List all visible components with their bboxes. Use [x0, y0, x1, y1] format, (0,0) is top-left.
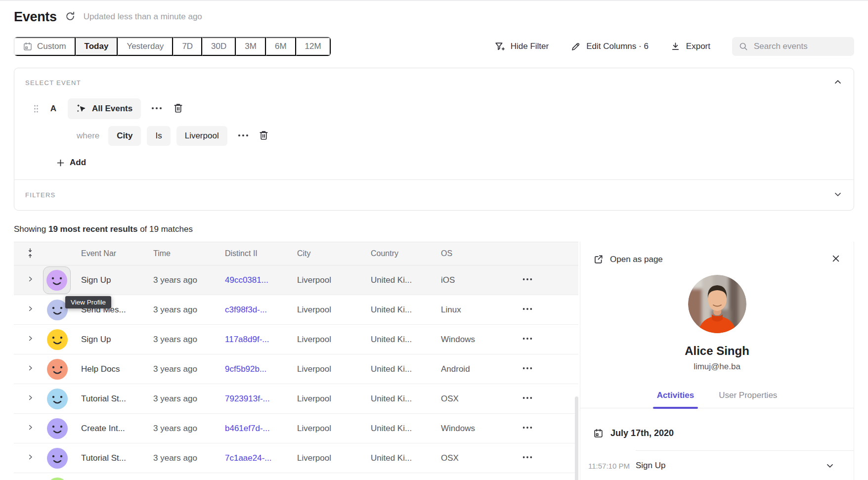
search-events-box — [732, 37, 854, 56]
filter-value-chip[interactable]: Liverpool — [176, 126, 227, 146]
table-row[interactable]: Sign Up 3 years ago 117a8d9f-... Liverpo… — [14, 325, 578, 354]
avatar[interactable] — [46, 270, 67, 291]
open-as-page-button[interactable]: Open as page — [593, 254, 663, 264]
event-more-options-button[interactable] — [151, 102, 163, 116]
row-more-options-button[interactable] — [522, 393, 578, 405]
expand-row-button[interactable] — [14, 305, 46, 315]
search-events-input[interactable] — [754, 42, 848, 51]
cell-city: Liverpool — [297, 364, 371, 374]
date-tab-6m[interactable]: 6M — [266, 37, 296, 56]
cell-distinct-id-link[interactable]: 9cf5b92b... — [225, 364, 297, 374]
chevron-right-icon — [27, 453, 34, 463]
activity-row[interactable]: 11:57:10 PM Sign Up — [636, 450, 854, 480]
column-header-distinct-id[interactable]: Distinct II — [225, 249, 297, 258]
avatar[interactable] — [47, 448, 68, 469]
cell-distinct-id-link[interactable]: 7c1aae24-... — [225, 453, 297, 463]
row-more-options-button[interactable] — [522, 304, 578, 316]
edit-columns-button[interactable]: Edit Columns · 6 — [570, 42, 649, 52]
export-button[interactable]: Export — [670, 42, 710, 52]
expand-row-button[interactable] — [14, 335, 46, 345]
cell-distinct-id-link[interactable]: 117a8d9f-... — [225, 335, 297, 345]
expand-row-button[interactable] — [14, 453, 46, 463]
table-row[interactable]: App Install 3 years ago c76fdf4f-c... Li… — [14, 473, 578, 480]
column-header-os[interactable]: OS — [441, 249, 522, 258]
avatar[interactable] — [47, 418, 68, 439]
chevron-right-icon — [27, 424, 34, 434]
cell-country: United Ki... — [371, 453, 441, 463]
column-header-country[interactable]: Country — [371, 249, 441, 258]
date-tab-label: 7D — [182, 42, 193, 51]
table-row[interactable]: Tutorial St... 3 years ago 7c1aae24-... … — [14, 443, 578, 473]
cell-distinct-id-link[interactable]: b461ef7d-... — [225, 424, 297, 434]
expand-row-button[interactable] — [14, 364, 46, 374]
event-delete-button[interactable] — [173, 102, 184, 115]
table-row[interactable]: Create Int... 3 years ago b461ef7d-... L… — [14, 414, 578, 443]
filter-more-options-button[interactable] — [237, 130, 249, 143]
expand-row-button[interactable] — [14, 394, 46, 404]
avatar[interactable] — [47, 478, 68, 480]
row-more-options-button[interactable] — [522, 274, 578, 286]
close-panel-button[interactable] — [831, 254, 841, 265]
cell-distinct-id-link[interactable]: 7923913f-... — [225, 394, 297, 404]
cell-distinct-id-link[interactable]: c3f98f3d-... — [225, 305, 297, 315]
add-event-button[interactable]: Add — [56, 158, 86, 168]
date-tab-custom[interactable]: Custom — [14, 37, 76, 56]
column-header-event-name[interactable]: Event Nar — [81, 249, 153, 258]
table-row[interactable]: Sign Up 3 years ago 49cc0381... Liverpoo… — [14, 265, 578, 295]
date-tab-7d[interactable]: 7D — [173, 37, 202, 56]
row-more-options-button[interactable] — [522, 422, 578, 435]
date-tab-label: Custom — [37, 42, 66, 51]
avatar[interactable] — [47, 300, 68, 320]
date-tab-today[interactable]: Today — [76, 37, 118, 56]
tab-activities[interactable]: Activities — [656, 391, 695, 408]
close-icon — [831, 254, 841, 265]
row-more-options-button[interactable] — [522, 452, 578, 464]
profile-email: limuj@he.ba — [580, 362, 854, 372]
collapse-rows-icon — [26, 248, 35, 260]
profile-tabs: Activities User Properties — [580, 391, 854, 408]
more-options-icon — [522, 274, 533, 286]
pencil-icon — [570, 42, 581, 52]
column-header-city[interactable]: City — [297, 249, 371, 258]
column-header-time[interactable]: Time — [153, 249, 225, 258]
filter-delete-button[interactable] — [258, 130, 269, 142]
refresh-button[interactable] — [65, 11, 76, 23]
cell-time: 3 years ago — [153, 305, 225, 315]
avatar[interactable] — [47, 389, 68, 409]
table-row[interactable]: Help Docs 3 years ago 9cf5b92b... Liverp… — [14, 354, 578, 384]
profile-name: Alice Singh — [580, 344, 854, 358]
cell-country: United Ki... — [371, 305, 441, 315]
cell-country: United Ki... — [371, 364, 441, 374]
more-options-icon — [522, 304, 533, 316]
expand-row-button[interactable] — [14, 275, 46, 285]
date-tab-30d[interactable]: 30D — [202, 37, 236, 56]
drag-handle-icon[interactable] — [33, 104, 39, 113]
updated-status: Updated less than a minute ago — [84, 12, 202, 22]
cell-distinct-id-link[interactable]: 49cc0381... — [225, 275, 297, 285]
table-row[interactable]: Tutorial St... 3 years ago 7923913f-... … — [14, 384, 578, 414]
date-tab-12m[interactable]: 12M — [296, 37, 331, 56]
row-more-options-button[interactable] — [522, 333, 578, 346]
hide-filter-button[interactable]: Hide Filter — [494, 41, 549, 52]
filter-operator-chip[interactable]: Is — [147, 126, 170, 146]
avatar[interactable] — [47, 329, 68, 350]
cell-city: Liverpool — [297, 424, 371, 434]
collapse-section-button[interactable] — [833, 77, 843, 88]
date-tab-yesterday[interactable]: Yesterday — [118, 37, 173, 56]
filter-property-chip[interactable]: City — [108, 126, 141, 146]
funnel-plus-icon — [494, 41, 505, 52]
date-tab-3m[interactable]: 3M — [236, 37, 266, 56]
avatar[interactable] — [47, 359, 68, 380]
chevron-right-icon — [27, 305, 34, 315]
expand-filters-button[interactable] — [833, 189, 843, 201]
date-range-tabs: Custom Today Yesterday 7D 30D 3M 6M 12M — [14, 37, 331, 56]
row-more-options-button[interactable] — [522, 363, 578, 375]
toolbar-actions: Hide Filter Edit Columns · 6 Export — [494, 37, 854, 56]
expand-row-button[interactable] — [14, 424, 46, 434]
results-summary: Showing 19 most recent results of 19 mat… — [14, 224, 854, 234]
table-scrollbar[interactable] — [575, 396, 578, 480]
event-selector-button[interactable]: All Events — [68, 98, 141, 119]
hide-filter-label: Hide Filter — [511, 42, 549, 51]
tab-user-properties[interactable]: User Properties — [718, 391, 778, 408]
collapse-rows-button[interactable] — [26, 248, 35, 260]
